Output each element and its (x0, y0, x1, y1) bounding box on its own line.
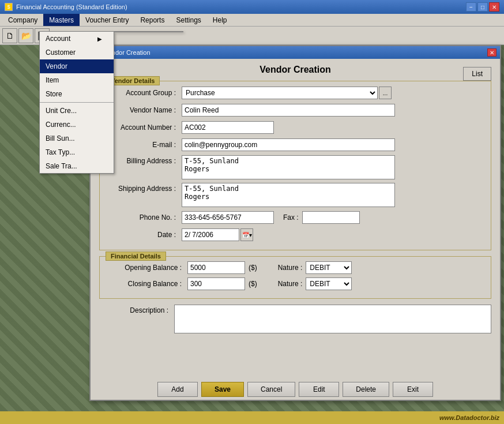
email-row: E-mail : (107, 138, 484, 152)
toolbar-open-btn[interactable]: 📂 (18, 28, 33, 43)
divider (40, 102, 114, 103)
account-submenu (114, 31, 183, 32)
description-label: Description : (99, 305, 174, 314)
closing-balance-input[interactable] (187, 277, 245, 290)
closing-balance-label: Closing Balance : (107, 280, 187, 288)
account-group-row: Account Group : Purchase Sales Expenses … (107, 86, 484, 100)
financial-details-label: Financial Details (106, 252, 166, 261)
account-group-browse-btn[interactable]: ... (379, 87, 392, 99)
account-number-input[interactable] (182, 121, 274, 134)
menu-account[interactable]: Account ▶ (40, 32, 114, 46)
closing-unit: ($) (249, 280, 257, 288)
menu-vendor[interactable]: Vendor (40, 59, 114, 73)
billing-address-row: Billing Address : T-55, Sunland Rogers (107, 155, 484, 179)
vendor-details-section: Vendor Details Account Group : Purchase … (99, 81, 491, 250)
cancel-button[interactable]: Cancel (247, 382, 295, 397)
account-group-label: Account Group : (107, 89, 182, 97)
account-submenu-arrow: ▶ (97, 36, 102, 42)
minimize-button[interactable]: − (466, 2, 476, 12)
description-input[interactable] (174, 305, 491, 333)
menu-customer[interactable]: Customer (40, 46, 114, 59)
menu-tax-type[interactable]: Tax Typ... (40, 145, 114, 159)
account-group-select[interactable]: Purchase Sales Expenses (182, 87, 378, 99)
toolbar-new-btn[interactable]: 🗋 (2, 28, 17, 43)
email-label: E-mail : (107, 141, 182, 149)
account-number-row: Account Number : (107, 121, 484, 134)
phone-fax-row: Phone No. : Fax : (107, 211, 484, 224)
description-row: Description : (99, 305, 491, 333)
shipping-address-row: Shipping Address : T-55, Sunland Rogers (107, 183, 484, 207)
closing-nature-select[interactable]: DEBIT CREDIT (306, 277, 352, 290)
menu-settings[interactable]: Settings (170, 14, 206, 26)
closing-balance-row: Closing Balance : ($) Nature : DEBIT CRE… (107, 277, 484, 290)
menu-store[interactable]: Store (40, 87, 114, 101)
date-input[interactable] (182, 228, 239, 241)
menu-help[interactable]: Help (207, 14, 233, 26)
menu-voucher-entry[interactable]: Voucher Entry (80, 14, 134, 26)
vendor-name-input[interactable] (182, 104, 395, 117)
delete-button[interactable]: Delete (343, 382, 389, 397)
add-button[interactable]: Add (157, 382, 198, 397)
opening-nature-select[interactable]: DEBIT CREDIT (306, 261, 352, 274)
app-icon: $ (5, 3, 13, 11)
date-input-area: 📅▾ (182, 228, 253, 241)
menu-bill-sundry[interactable]: Bill Sun... (40, 132, 114, 145)
vendor-creation-window: 🏢 Vendor Creation ✕ Vendor Creation List… (89, 45, 501, 401)
menu-company[interactable]: Company (2, 14, 43, 26)
vendor-name-row: Vendor Name : (107, 103, 484, 117)
phone-label: Phone No. : (107, 213, 182, 222)
date-label: Date : (107, 231, 182, 239)
date-row: Date : 📅▾ (107, 228, 484, 242)
window-title-bar: 🏢 Vendor Creation ✕ (91, 46, 500, 59)
masters-menu: Account ▶ Customer Vendor Item Store Uni… (39, 31, 114, 174)
action-buttons: Add Save Cancel Edit Delete Exit (93, 382, 497, 397)
menu-bar: Company Masters Voucher Entry Reports Se… (0, 14, 504, 27)
account-number-label: Account Number : (107, 123, 182, 132)
menu-currency[interactable]: Currenc... (40, 118, 114, 132)
billing-address-label: Billing Address : (107, 155, 182, 165)
menu-sale-transaction[interactable]: Sale Tra... (40, 159, 114, 173)
email-input[interactable] (182, 138, 395, 151)
menu-reports[interactable]: Reports (134, 14, 170, 26)
shipping-address-label: Shipping Address : (107, 183, 182, 193)
app-title: Financial Accounting (Standard Edition) (16, 3, 127, 10)
financial-details-section: Financial Details Opening Balance : ($) … (99, 256, 491, 299)
opening-balance-input[interactable] (187, 261, 245, 274)
opening-nature-label: Nature : (278, 264, 303, 272)
exit-button[interactable]: Exit (393, 382, 433, 397)
menu-masters[interactable]: Masters (43, 14, 80, 26)
opening-unit: ($) (249, 264, 257, 272)
menu-item[interactable]: Item (40, 73, 114, 87)
opening-balance-label: Opening Balance : (107, 264, 187, 272)
opening-balance-row: Opening Balance : ($) Nature : DEBIT CRE… (107, 261, 484, 274)
status-bar: www.Datadoctor.biz (0, 411, 504, 424)
close-button[interactable]: ✕ (489, 2, 499, 12)
list-button[interactable]: List (463, 67, 491, 81)
fax-label: Fax : (283, 213, 299, 222)
fax-input[interactable] (302, 211, 360, 224)
title-bar: $ Financial Accounting (Standard Edition… (0, 0, 504, 14)
maximize-button[interactable]: □ (477, 2, 488, 12)
save-button[interactable]: Save (201, 382, 244, 397)
window-content: Vendor Creation List Vendor Details Acco… (91, 59, 500, 400)
edit-button[interactable]: Edit (299, 382, 339, 397)
window-close-button[interactable]: ✕ (487, 48, 497, 57)
window-heading: Vendor Creation (99, 65, 491, 75)
shipping-address-input[interactable]: T-55, Sunland Rogers (182, 183, 395, 207)
list-btn-area: List (463, 67, 491, 81)
masters-dropdown: Account ▶ Customer Vendor Item Store Uni… (39, 31, 114, 174)
menu-unit[interactable]: Unit Cre... (40, 104, 114, 118)
vendor-name-label: Vendor Name : (107, 106, 182, 114)
phone-input[interactable] (182, 211, 274, 224)
calendar-button[interactable]: 📅▾ (240, 228, 253, 241)
status-text: www.Datadoctor.biz (439, 414, 499, 421)
billing-address-input[interactable]: T-55, Sunland Rogers (182, 155, 395, 179)
closing-nature-label: Nature : (278, 280, 303, 288)
